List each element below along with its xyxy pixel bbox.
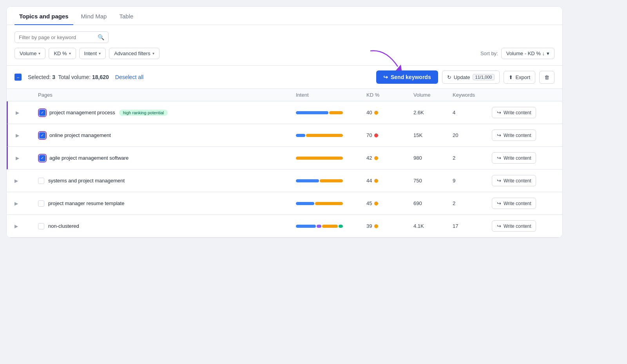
sort-section: Sort by: Volume - KD % ↓ ▾ bbox=[480, 48, 555, 59]
intent-bar-yellow bbox=[306, 134, 343, 137]
keywords-cell: 17 bbox=[453, 223, 492, 229]
filter-bar: 🔍 Volume ▾ KD % ▾ Intent ▾ Advanced filt… bbox=[7, 25, 562, 66]
kd-value: 45 bbox=[366, 200, 372, 206]
volume-cell: 980 bbox=[413, 155, 453, 161]
expand-icon[interactable]: ▶ bbox=[14, 223, 18, 229]
advanced-filter[interactable]: Advanced filters ▾ bbox=[109, 48, 159, 59]
sort-by-label: Sort by: bbox=[480, 50, 498, 56]
kd-cell: 42 bbox=[366, 155, 413, 161]
intent-cell bbox=[296, 111, 366, 114]
intent-cell bbox=[296, 134, 366, 137]
th-intent: Intent bbox=[296, 92, 366, 98]
intent-bar-purple bbox=[317, 225, 321, 228]
kd-cell: 40 bbox=[366, 110, 413, 115]
expand-icon[interactable]: ▶ bbox=[14, 178, 18, 184]
tab-table[interactable]: Table bbox=[114, 7, 138, 25]
intent-bar-blue bbox=[296, 225, 316, 228]
write-content-button[interactable]: ↪Write content bbox=[492, 198, 536, 209]
expand-icon[interactable]: ▶ bbox=[16, 133, 19, 138]
row-checkbox[interactable] bbox=[38, 200, 44, 207]
svg-marker-0 bbox=[396, 65, 402, 70]
write-content-button[interactable]: ↪Write content bbox=[492, 175, 536, 186]
write-icon: ↪ bbox=[497, 132, 501, 138]
trash-icon: 🗑 bbox=[544, 74, 549, 80]
keywords-cell: 2 bbox=[453, 200, 492, 206]
write-content-button[interactable]: ↪Write content bbox=[492, 107, 536, 118]
update-button[interactable]: ↻ Update 11/1,000 bbox=[442, 70, 500, 84]
delete-button[interactable]: 🗑 bbox=[539, 71, 555, 84]
action-cell: ↪Write content bbox=[492, 130, 555, 141]
table-row: ▶✓agile project management software42980… bbox=[7, 147, 562, 169]
send-keywords-button[interactable]: ↪ Send keywords bbox=[376, 70, 438, 84]
volume-cell: 750 bbox=[413, 178, 453, 184]
kd-cell: 44 bbox=[366, 178, 413, 184]
row-name-cell: ✓project management processhigh ranking … bbox=[39, 110, 296, 116]
row-name-cell: ✓agile project management software bbox=[39, 155, 296, 161]
intent-bar-yellow bbox=[296, 157, 343, 160]
write-content-button[interactable]: ↪Write content bbox=[492, 152, 536, 164]
write-icon: ↪ bbox=[497, 110, 501, 115]
selection-bar: – Selected: 3 Total volume: 18,620 Desel… bbox=[7, 66, 562, 89]
export-button[interactable]: ⬆ Export bbox=[504, 71, 535, 84]
volume-cell: 15K bbox=[413, 132, 453, 138]
intent-bar-yellow bbox=[322, 225, 338, 228]
refresh-icon: ↻ bbox=[447, 74, 451, 80]
th-kd: KD % bbox=[366, 92, 413, 98]
row-checkbox[interactable]: ✓ bbox=[39, 110, 45, 116]
row-checkbox[interactable] bbox=[38, 178, 44, 184]
intent-bar-blue bbox=[296, 202, 314, 205]
intent-bar-blue bbox=[296, 179, 319, 182]
expand-icon[interactable]: ▶ bbox=[16, 110, 19, 115]
expand-icon[interactable]: ▶ bbox=[16, 155, 19, 161]
row-name-cell: project manager resume template bbox=[38, 200, 296, 207]
write-icon: ↪ bbox=[497, 223, 501, 229]
select-all-checkbox[interactable]: – bbox=[14, 74, 22, 81]
write-content-label: Write content bbox=[504, 133, 531, 138]
row-name: project manager resume template bbox=[48, 200, 124, 206]
selection-actions: ↪ Send keywords ↻ Update 11/1,000 ⬆ Expo… bbox=[376, 70, 555, 84]
write-icon: ↪ bbox=[497, 155, 501, 161]
write-content-button[interactable]: ↪Write content bbox=[492, 220, 536, 232]
keywords-cell: 4 bbox=[453, 110, 492, 115]
intent-bar-yellow bbox=[320, 179, 343, 182]
deselect-all-link[interactable]: Deselect all bbox=[115, 74, 143, 80]
volume-filter[interactable]: Volume ▾ bbox=[14, 48, 45, 59]
row-checkbox[interactable] bbox=[38, 223, 44, 229]
write-content-button[interactable]: ↪Write content bbox=[492, 130, 536, 141]
kd-dot-icon bbox=[374, 224, 378, 228]
row-checkbox[interactable]: ✓ bbox=[39, 132, 45, 139]
table-row: ▶non-clustered394.1K17↪Write content bbox=[7, 215, 562, 238]
tab-topics-pages[interactable]: Topics and pages bbox=[14, 7, 73, 25]
row-name: systems and project management bbox=[48, 178, 125, 184]
intent-bar-yellow bbox=[329, 111, 343, 114]
intent-bar-blue bbox=[296, 134, 305, 137]
kd-value: 44 bbox=[366, 178, 372, 184]
kd-value: 70 bbox=[366, 132, 372, 138]
row-name: agile project management software bbox=[49, 155, 129, 161]
intent-cell bbox=[296, 157, 366, 160]
keywords-cell: 9 bbox=[453, 178, 492, 184]
filter-buttons: Volume ▾ KD % ▾ Intent ▾ Advanced filter… bbox=[14, 48, 159, 59]
row-name-cell: systems and project management bbox=[38, 178, 296, 184]
tab-mind-map[interactable]: Mind Map bbox=[76, 7, 112, 25]
export-icon: ⬆ bbox=[509, 74, 513, 80]
intent-filter[interactable]: Intent ▾ bbox=[79, 48, 106, 59]
keywords-cell: 2 bbox=[453, 155, 492, 161]
sort-dropdown[interactable]: Volume - KD % ↓ ▾ bbox=[501, 48, 555, 59]
write-content-label: Write content bbox=[504, 110, 531, 115]
row-name: non-clustered bbox=[48, 223, 79, 229]
search-box: 🔍 bbox=[14, 31, 109, 43]
row-checkbox[interactable]: ✓ bbox=[39, 155, 45, 161]
row-name: online project management bbox=[49, 132, 111, 138]
selected-text: Selected: 3 Total volume: 18,620 bbox=[28, 74, 109, 80]
th-volume: Volume bbox=[413, 92, 453, 98]
sort-chevron-icon: ▾ bbox=[547, 50, 549, 56]
kd-filter[interactable]: KD % ▾ bbox=[49, 48, 76, 59]
intent-bar-yellow bbox=[315, 202, 343, 205]
expand-icon[interactable]: ▶ bbox=[14, 201, 18, 206]
search-input[interactable] bbox=[19, 34, 94, 40]
th-pages: Pages bbox=[38, 92, 296, 98]
kd-cell: 70 bbox=[366, 132, 413, 138]
intent-cell bbox=[296, 225, 366, 228]
search-button[interactable]: 🔍 bbox=[98, 34, 104, 40]
